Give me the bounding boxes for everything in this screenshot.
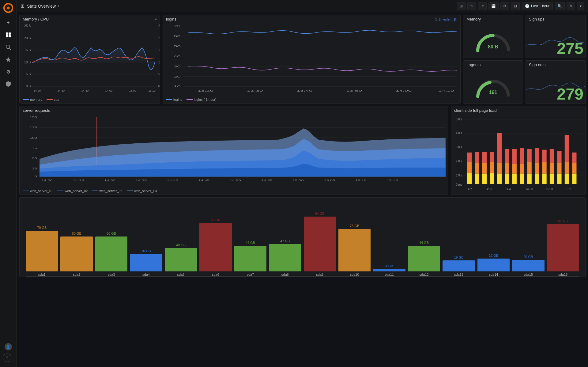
svg-text:14:45: 14:45 xyxy=(198,179,210,182)
svg-rect-124 xyxy=(520,164,524,174)
sign-outs-header: Sign outs xyxy=(526,61,585,68)
svg-rect-120 xyxy=(512,173,517,184)
svg-rect-6 xyxy=(9,35,11,37)
svg-point-2 xyxy=(7,7,10,9)
svg-rect-105 xyxy=(475,173,479,184)
svg-rect-140 xyxy=(557,151,561,163)
svg-text:14:25: 14:25 xyxy=(73,179,84,182)
title-dropdown-icon[interactable]: ▾ xyxy=(58,4,59,8)
dashboard: Memory / CPU ▾ 25 B 20 B xyxy=(17,12,588,367)
disk-bar-group: 81 GBsda16 xyxy=(547,219,579,276)
server-requests-content: 150 125 100 75 50 25 0 14:20 14:25 14:30 xyxy=(20,114,448,188)
timeshift-badge: ⏱ timeshift -1h xyxy=(435,17,457,21)
svg-rect-130 xyxy=(535,163,539,174)
add-panel-button[interactable]: ⊞ xyxy=(457,2,466,10)
svg-text:30: 30 xyxy=(174,65,181,68)
sign-ups-panel: Sign ups 275 xyxy=(526,15,586,58)
sign-outs-content: 279 xyxy=(526,68,585,103)
svg-text:👤: 👤 xyxy=(6,345,10,349)
sign-ups-title: Sign ups xyxy=(529,17,545,21)
disk-bar-rect xyxy=(443,260,475,271)
disk-bar-group: 73 GBsda10 xyxy=(338,224,371,276)
sidebar-item-alerting[interactable] xyxy=(3,54,14,65)
svg-rect-126 xyxy=(527,173,532,184)
timeshift-icon: ⏱ xyxy=(435,17,438,21)
sidebar-item-shield[interactable] xyxy=(3,78,14,89)
svg-rect-125 xyxy=(520,148,524,164)
disk-bar-rect xyxy=(408,246,440,271)
tv-mode-button[interactable]: ⊡ xyxy=(511,2,520,10)
disk-bar-value: 94 GB xyxy=(315,212,325,215)
disk-bar-rect xyxy=(26,231,58,271)
page-load-title: client side full page load xyxy=(454,108,497,113)
sidebar-item-explore[interactable] xyxy=(3,42,14,53)
svg-point-7 xyxy=(6,45,10,49)
svg-rect-102 xyxy=(467,173,472,184)
settings-button[interactable]: ⚙ xyxy=(500,2,509,10)
share-button[interactable]: ↗ xyxy=(478,2,487,10)
svg-rect-109 xyxy=(482,163,487,173)
svg-text:150: 150 xyxy=(30,115,37,119)
disk-bar-label: sda4 xyxy=(142,273,150,276)
logins1h-label: logins (-1 hour) xyxy=(194,98,217,101)
svg-text:5.0 s: 5.0 s xyxy=(456,117,462,121)
svg-rect-117 xyxy=(505,173,509,184)
logins-title: logins xyxy=(166,17,176,21)
svg-text:14:50: 14:50 xyxy=(526,187,533,191)
legend-logins: logins xyxy=(166,98,182,101)
disk-bar-rect xyxy=(547,224,579,271)
page-load-content: 5.0 s 4.0 s 3.0 s 2.0 s 1.0 s 0 ms 14:20… xyxy=(451,114,585,195)
disk-bar-group: 83 GBsda6 xyxy=(199,218,232,276)
save-button[interactable]: 💾 xyxy=(488,2,499,10)
stat-col: Sign ups 275 Sign outs xyxy=(526,15,586,104)
time-range-button[interactable]: 🕐 Last 1 hour xyxy=(522,2,553,10)
svg-rect-108 xyxy=(482,173,487,184)
svg-line-8 xyxy=(9,48,11,50)
memory-gauge-title: Memory xyxy=(466,17,481,21)
topbar-actions: ⊞ ☆ ↗ 💾 ⚙ ⊡ 🕐 Last 1 hour 🔍 ↻ ▾ xyxy=(457,2,584,10)
memory-cpu-dropdown[interactable]: ▾ xyxy=(155,17,157,21)
sign-ups-header: Sign ups xyxy=(526,15,585,23)
svg-rect-139 xyxy=(557,163,561,173)
disk-bar-rect xyxy=(130,254,162,271)
disk-bar-value: 20 GB xyxy=(523,255,533,259)
svg-text:20%: 20% xyxy=(158,36,160,40)
grid-icon: ⊞ xyxy=(21,3,24,9)
svg-rect-119 xyxy=(505,149,509,163)
sidebar-item-dashboards[interactable] xyxy=(3,29,14,40)
sidebar-item-add[interactable]: + xyxy=(3,17,14,28)
sidebar-avatar[interactable]: 👤 xyxy=(3,341,14,352)
svg-rect-122 xyxy=(512,149,517,164)
row2: server requests 150 125 xyxy=(19,106,586,195)
sign-outs-title: Sign outs xyxy=(529,62,545,67)
refresh-dropdown-button[interactable]: ▾ xyxy=(577,2,584,10)
disk-bar-value: 44 GB xyxy=(246,241,255,244)
grafana-logo[interactable] xyxy=(3,2,14,13)
disk-bar-value: 40 GB xyxy=(176,243,186,247)
disk-bar-rect xyxy=(304,217,336,271)
svg-rect-136 xyxy=(550,163,554,173)
legend-ws04: web_server_04 xyxy=(127,189,157,193)
logouts-gauge-panel: Logouts 161 xyxy=(463,60,523,104)
server-requests-legend: web_server_01 web_server_02 web_server_0… xyxy=(20,188,448,195)
svg-rect-3 xyxy=(6,32,8,35)
svg-text:15:00: 15:00 xyxy=(292,179,304,182)
star-button[interactable]: ☆ xyxy=(467,2,476,10)
sidebar-item-help[interactable]: ? xyxy=(3,354,11,362)
sidebar-item-config[interactable]: ⚙ xyxy=(3,66,14,77)
svg-text:13:50: 13:50 xyxy=(346,89,362,92)
memory-gauge-panel: Memory 80 B xyxy=(463,15,523,58)
disk-bar-rect xyxy=(338,229,371,271)
svg-text:50: 50 xyxy=(174,44,181,48)
search-button[interactable]: 🔍 xyxy=(555,2,565,10)
cpu-legend-line xyxy=(47,99,53,100)
svg-rect-123 xyxy=(520,174,524,184)
refresh-button[interactable]: ↻ xyxy=(567,2,575,10)
svg-rect-143 xyxy=(565,135,569,162)
disk-bars: 70 GBsda160 GBsda260 GBsda330 GBsda440 G… xyxy=(20,198,585,276)
svg-text:0 B: 0 B xyxy=(26,84,31,88)
svg-rect-4 xyxy=(9,32,11,35)
sign-outs-panel: Sign outs 279 xyxy=(526,60,586,104)
legend-ws02: web_server_02 xyxy=(57,189,88,193)
svg-text:15:15: 15:15 xyxy=(387,179,398,182)
